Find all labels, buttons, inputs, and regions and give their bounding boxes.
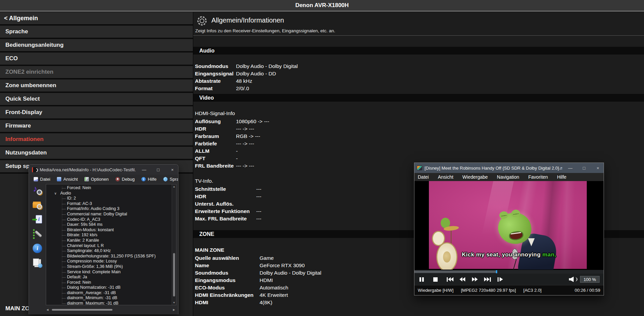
tree-item[interactable]: ∨ Forced: Nein xyxy=(46,280,176,285)
sidebar-item[interactable]: ECO xyxy=(0,52,193,66)
hdmi-signal-subhead: HDMI-Signal-Info xyxy=(193,110,644,117)
transport-button[interactable] xyxy=(459,277,466,282)
sidebar-item-label: Informationen xyxy=(5,136,43,143)
info-value: --- xyxy=(256,193,262,200)
player-titlebar[interactable]: [Disney] Meet the Robinsons Handy Off {S… xyxy=(414,163,604,173)
minimize-button[interactable]: — xyxy=(565,163,576,173)
mediainfo-menu-item[interactable]: Debug xyxy=(112,175,138,183)
mediainfo-menu-item[interactable]: Sprache xyxy=(160,175,178,183)
video-frame[interactable]: Kick my seat, you annoying man, xyxy=(414,181,604,270)
player-menu-item[interactable]: Datei xyxy=(418,174,429,180)
sidebar-item[interactable]: Nutzungsdaten xyxy=(0,147,193,160)
info-label: Eingangssignal xyxy=(195,70,236,77)
tree-item[interactable]: ∨ Commercial name: Dolby Digital xyxy=(46,212,176,217)
player-menu-item[interactable]: Navigation xyxy=(497,174,519,180)
tree-item[interactable]: ∨ Dauer: 59s 584 ms xyxy=(46,222,176,227)
tree-item[interactable]: ∨ Bildwiederholungsrate: 31,250 FPS (153… xyxy=(46,254,176,259)
mediainfo-menu-item[interactable]: Optionen xyxy=(81,175,112,183)
sidebar-item[interactable]: Zone umbenennen xyxy=(0,79,193,93)
tree-item[interactable]: ∨ Forced: Nein xyxy=(46,185,176,191)
tree-item[interactable]: ∨ Dialog Normalization: -31 dB xyxy=(46,285,176,290)
sidebar-item[interactable]: Front-Display xyxy=(0,106,193,120)
info-value: --- -> --- xyxy=(236,125,254,133)
scroll-down-icon[interactable]: ▼ xyxy=(172,301,176,304)
menu-item-label: Sprache xyxy=(170,177,178,182)
tree-item[interactable]: ∨ ID: 2 xyxy=(46,196,176,201)
sidebar-item[interactable]: Bedienungsanleitung xyxy=(0,39,193,52)
scroll-left-icon[interactable]: ◀ xyxy=(46,308,48,311)
player-menu-item[interactable]: Favoriten xyxy=(528,174,548,180)
transport-button[interactable] xyxy=(472,277,478,282)
tree-item[interactable]: ∨ Kanäle: 2 Kanäle xyxy=(46,238,176,243)
close-button[interactable]: × xyxy=(592,163,604,173)
menu-item-icon xyxy=(115,177,120,181)
tree-item[interactable]: ∨ Stream-Größe: 1,36 MiB (9%) xyxy=(46,264,176,270)
transport-button[interactable] xyxy=(432,277,439,282)
info-row: HDR --- -> --- xyxy=(195,125,644,133)
scroll-up-icon[interactable]: ▲ xyxy=(172,185,176,188)
sidebar-item-label: Bedienungsanleitung xyxy=(5,42,64,48)
toolbar-icon[interactable] xyxy=(32,258,42,268)
tree-item-text: Default: Ja xyxy=(67,275,87,279)
volume-level[interactable]: 100 % xyxy=(580,276,600,283)
tree-item[interactable]: ∨ Default: Ja xyxy=(46,275,176,280)
tree-item[interactable]: ∨ Bitrate: 192 kb/s xyxy=(46,233,176,238)
tree-item[interactable]: ∨ Audio xyxy=(46,191,176,196)
horizontal-scrollbar[interactable]: ◀ ▶ xyxy=(46,308,176,313)
maximize-button[interactable]: □ xyxy=(152,165,164,175)
toolbar-icon[interactable] xyxy=(32,185,42,196)
mediainfo-titlebar[interactable]: MediaArea.net/MediaInfo - H:\AudioCodec-… xyxy=(29,165,178,175)
menu-item-label: Optionen xyxy=(91,177,109,182)
sidebar-item[interactable]: Informationen xyxy=(0,133,193,147)
seek-thumb[interactable] xyxy=(496,270,497,273)
info-label: Eingangsmodus xyxy=(195,277,260,284)
player-controls: 100 % xyxy=(414,274,604,285)
info-row: QFT - xyxy=(195,155,644,162)
scroll-right-icon[interactable]: ▶ xyxy=(173,308,175,311)
tree-item[interactable]: ∨ dialnorm_Maximum: -31 dB xyxy=(46,301,176,305)
transport-button[interactable] xyxy=(484,277,491,282)
player-menu-item[interactable]: Ansicht xyxy=(438,174,453,180)
tree-item-text: Samplingrate: 48,0 kHz xyxy=(67,248,111,253)
tree-item[interactable]: ∨ Channel layout: L R xyxy=(46,243,176,249)
vertical-scrollbar[interactable]: ▲ ▼ xyxy=(172,184,176,305)
player-menu-item[interactable]: Hilfe xyxy=(557,174,567,180)
toolbar-icon[interactable] xyxy=(32,214,42,224)
seek-bar[interactable] xyxy=(414,270,604,274)
minimize-button[interactable]: — xyxy=(138,165,150,175)
toolbar-icon[interactable] xyxy=(32,229,42,239)
tree-item-text: Dauer: 59s 584 ms xyxy=(67,222,103,227)
tree-item-text: Compression mode: Lossy xyxy=(67,259,117,264)
vertical-scroll-thumb[interactable] xyxy=(173,253,175,296)
tree-item[interactable]: ∨ Format/Info: Audio Coding 3 xyxy=(46,206,176,212)
mediainfo-menu-item[interactable]: Hilfe xyxy=(138,175,160,183)
tree-item[interactable]: ∨ Service kind: Complete Main xyxy=(46,270,176,275)
tree-item[interactable]: ∨ Compression mode: Lossy xyxy=(46,259,176,264)
tree-item[interactable]: ∨ dialnorm_Average: -31 dB xyxy=(46,290,176,296)
transport-button[interactable] xyxy=(497,277,503,282)
toolbar-icon[interactable] xyxy=(32,200,42,210)
sidebar-item[interactable]: Sprache xyxy=(0,26,193,39)
transport-button[interactable] xyxy=(447,277,453,282)
mediainfo-menu-item[interactable]: Datei xyxy=(30,175,54,183)
singer-frog-art xyxy=(498,213,555,270)
tree-item[interactable]: ∨ Codec-ID: A_AC3 xyxy=(46,217,176,222)
sidebar-back-header[interactable]: < Allgemein xyxy=(0,12,193,26)
transport-button[interactable] xyxy=(418,277,425,282)
tree-item[interactable]: ∨ Bitraten-Modus: konstant xyxy=(46,227,176,233)
tree-item[interactable]: ∨ dialnorm_Minimum: -31 dB xyxy=(46,295,176,301)
player-menu-item[interactable]: Wiedergabe xyxy=(463,174,488,180)
menu-item-icon xyxy=(163,177,168,181)
sidebar-item[interactable]: ZONE2 einrichten xyxy=(0,66,193,79)
speaker-icon[interactable] xyxy=(569,277,577,282)
toolbar-icon[interactable] xyxy=(32,243,42,253)
sidebar-item[interactable]: Firmware xyxy=(0,120,193,133)
mediainfo-menu-item[interactable]: Ansicht xyxy=(54,175,81,183)
horizontal-scroll-thumb[interactable] xyxy=(52,309,112,311)
tree-item[interactable]: ∨ Format: AC-3 xyxy=(46,201,176,207)
maximize-button[interactable]: □ xyxy=(578,163,590,173)
chevron-down-icon[interactable]: ∨ xyxy=(54,191,57,196)
tree-item[interactable]: ∨ Samplingrate: 48,0 kHz xyxy=(46,248,176,254)
sidebar-item[interactable]: Quick Select xyxy=(0,93,193,106)
close-button[interactable]: × xyxy=(167,165,178,175)
